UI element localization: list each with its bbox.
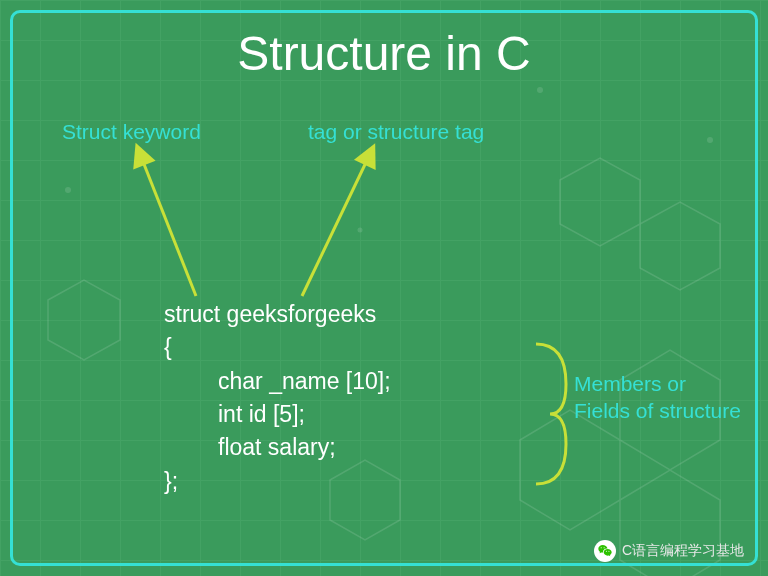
code-member-id: int id [5]; [164,398,391,431]
wechat-icon [594,540,616,562]
code-member-name: char _name [10]; [164,365,391,398]
label-members-line2: Fields of structure [574,399,741,422]
label-members: Members or Fields of structure [574,370,741,425]
code-block: struct geeksforgeeks { char _name [10]; … [164,298,391,498]
label-structure-tag: tag or structure tag [308,120,484,144]
code-line-open-brace: { [164,331,391,364]
page-title: Structure in C [0,26,768,81]
watermark-text: C语言编程学习基地 [622,542,744,560]
code-line-close-brace: }; [164,465,391,498]
watermark: C语言编程学习基地 [594,540,744,562]
code-line-struct: struct geeksforgeeks [164,298,391,331]
label-struct-keyword: Struct keyword [62,120,201,144]
code-member-salary: float salary; [164,431,391,464]
label-members-line1: Members or [574,372,686,395]
